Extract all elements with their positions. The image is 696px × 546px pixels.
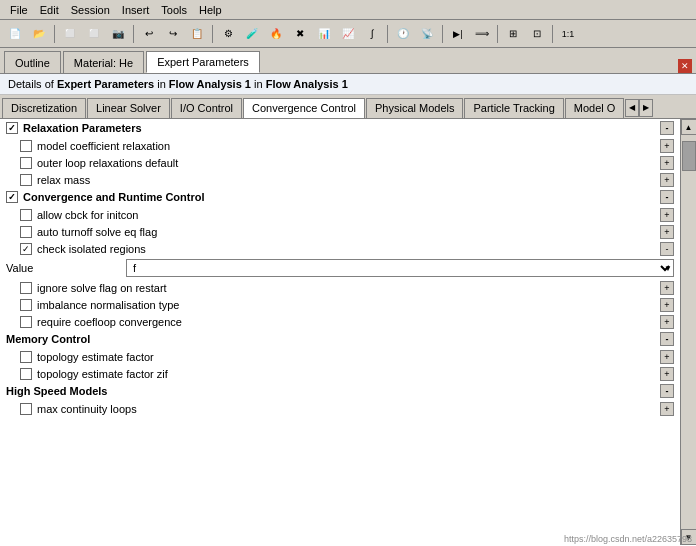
outer-loop-expand[interactable]: + bbox=[660, 156, 674, 170]
imbalance-expand[interactable]: + bbox=[660, 298, 674, 312]
toolbar-btn-9[interactable]: 📊 bbox=[313, 23, 335, 45]
highspeed-label: High Speed Models bbox=[6, 385, 107, 397]
param-outer-loop: outer loop relaxations default + bbox=[0, 154, 680, 171]
nav-tab-convergence[interactable]: Convergence Control bbox=[243, 98, 365, 118]
toolbar-sep-7 bbox=[552, 25, 553, 43]
toolbar-btn-3[interactable]: 📷 bbox=[107, 23, 129, 45]
relax-mass-label: relax mass bbox=[37, 174, 90, 186]
scrollbar: ▲ ▼ bbox=[680, 119, 696, 545]
relax-mass-expand[interactable]: + bbox=[660, 173, 674, 187]
relax-mass-checkbox[interactable] bbox=[20, 174, 32, 186]
toolbar-btn-5[interactable]: ⚙ bbox=[217, 23, 239, 45]
toolbar-btn-7[interactable]: 🔥 bbox=[265, 23, 287, 45]
value-select[interactable]: f t bbox=[126, 259, 674, 277]
check-isolated-checkbox[interactable] bbox=[20, 243, 32, 255]
section-relaxation: Relaxation Parameters - bbox=[0, 119, 680, 137]
toolbar-btn-17[interactable]: ⊡ bbox=[526, 23, 548, 45]
allow-cbck-expand[interactable]: + bbox=[660, 208, 674, 222]
allow-cbck-checkbox[interactable] bbox=[20, 209, 32, 221]
outer-loop-checkbox[interactable] bbox=[20, 157, 32, 169]
param-topology-zif: topology estimate factor zif + bbox=[0, 365, 680, 382]
topology-zif-checkbox[interactable] bbox=[20, 368, 32, 380]
nav-tab-linear-solver[interactable]: Linear Solver bbox=[87, 98, 170, 118]
auto-turnoff-expand[interactable]: + bbox=[660, 225, 674, 239]
toolbar-btn-1[interactable]: ⬜ bbox=[59, 23, 81, 45]
title-expert-params: Expert Parameters bbox=[57, 78, 154, 90]
model-coeff-expand[interactable]: + bbox=[660, 139, 674, 153]
ignore-solve-expand[interactable]: + bbox=[660, 281, 674, 295]
tab-material[interactable]: Material: He bbox=[63, 51, 144, 73]
menu-edit[interactable]: Edit bbox=[34, 2, 65, 18]
allow-cbck-label: allow cbck for initcon bbox=[37, 209, 139, 221]
toolbar-btn-6[interactable]: 🧪 bbox=[241, 23, 263, 45]
menu-file[interactable]: File bbox=[4, 2, 34, 18]
section-convergence: Convergence and Runtime Control - bbox=[0, 188, 680, 206]
param-require-coef: require coefloop convergence + bbox=[0, 313, 680, 330]
tab-outline[interactable]: Outline bbox=[4, 51, 61, 73]
scroll-up-arrow[interactable]: ▲ bbox=[681, 119, 697, 135]
nav-tab-physical-models[interactable]: Physical Models bbox=[366, 98, 463, 118]
imbalance-label: imbalance normalisation type bbox=[37, 299, 179, 311]
nav-prev-arrow[interactable]: ◀ bbox=[625, 99, 639, 117]
convergence-label: Convergence and Runtime Control bbox=[23, 191, 205, 203]
toolbar-btn-11[interactable]: ∫ bbox=[361, 23, 383, 45]
toolbar-redo[interactable]: ↪ bbox=[162, 23, 184, 45]
toolbar-new[interactable]: 📄 bbox=[4, 23, 26, 45]
content-area: Relaxation Parameters - model coefficien… bbox=[0, 119, 680, 545]
max-continuity-checkbox[interactable] bbox=[20, 403, 32, 415]
nav-tab-model-o[interactable]: Model O bbox=[565, 98, 625, 118]
toolbar-btn-13[interactable]: 📡 bbox=[416, 23, 438, 45]
toolbar-btn-10[interactable]: 📈 bbox=[337, 23, 359, 45]
convergence-checkbox[interactable] bbox=[6, 191, 18, 203]
section-highspeed: High Speed Models - bbox=[0, 382, 680, 400]
toolbar-btn-4[interactable]: 📋 bbox=[186, 23, 208, 45]
auto-turnoff-checkbox[interactable] bbox=[20, 226, 32, 238]
menu-help[interactable]: Help bbox=[193, 2, 228, 18]
tab-close-btn[interactable]: ✕ bbox=[678, 59, 692, 73]
toolbar-btn-8[interactable]: ✖ bbox=[289, 23, 311, 45]
topology-factor-checkbox[interactable] bbox=[20, 351, 32, 363]
ignore-solve-checkbox[interactable] bbox=[20, 282, 32, 294]
toolbar-btn-14[interactable]: ▶| bbox=[447, 23, 469, 45]
menu-insert[interactable]: Insert bbox=[116, 2, 156, 18]
toolbar-btn-2[interactable]: ⬜ bbox=[83, 23, 105, 45]
toolbar-open[interactable]: 📂 bbox=[28, 23, 50, 45]
tab-expert-params[interactable]: Expert Parameters bbox=[146, 51, 260, 73]
nav-tab-io-control[interactable]: I/O Control bbox=[171, 98, 242, 118]
max-continuity-expand[interactable]: + bbox=[660, 402, 674, 416]
value-select-wrapper: f t bbox=[126, 259, 674, 277]
toolbar-btn-18[interactable]: 1:1 bbox=[557, 23, 579, 45]
nav-tab-discretization[interactable]: Discretization bbox=[2, 98, 86, 118]
topology-factor-expand[interactable]: + bbox=[660, 350, 674, 364]
check-isolated-label: check isolated regions bbox=[37, 243, 146, 255]
param-max-continuity: max continuity loops + bbox=[0, 400, 680, 417]
scroll-thumb[interactable] bbox=[682, 141, 696, 171]
check-isolated-collapse[interactable]: - bbox=[660, 242, 674, 256]
param-auto-turnoff: auto turnoff solve eq flag + bbox=[0, 223, 680, 240]
nav-tab-particle-tracking[interactable]: Particle Tracking bbox=[464, 98, 563, 118]
toolbar-btn-15[interactable]: ⟹ bbox=[471, 23, 493, 45]
value-row: Value f t bbox=[0, 257, 680, 279]
convergence-collapse-btn[interactable]: - bbox=[660, 190, 674, 204]
topology-zif-expand[interactable]: + bbox=[660, 367, 674, 381]
toolbar-btn-16[interactable]: ⊞ bbox=[502, 23, 524, 45]
relaxation-checkbox[interactable] bbox=[6, 122, 18, 134]
param-topology-factor: topology estimate factor + bbox=[0, 348, 680, 365]
require-coef-checkbox[interactable] bbox=[20, 316, 32, 328]
memory-collapse-btn[interactable]: - bbox=[660, 332, 674, 346]
require-coef-expand[interactable]: + bbox=[660, 315, 674, 329]
toolbar-sep-3 bbox=[212, 25, 213, 43]
main-window: Details of Expert Parameters in Flow Ana… bbox=[0, 74, 696, 546]
toolbar-undo[interactable]: ↩ bbox=[138, 23, 160, 45]
relaxation-collapse-btn[interactable]: - bbox=[660, 121, 674, 135]
highspeed-collapse-btn[interactable]: - bbox=[660, 384, 674, 398]
param-ignore-solve: ignore solve flag on restart + bbox=[0, 279, 680, 296]
imbalance-checkbox[interactable] bbox=[20, 299, 32, 311]
nav-next-arrow[interactable]: ▶ bbox=[639, 99, 653, 117]
menu-tools[interactable]: Tools bbox=[155, 2, 193, 18]
model-coeff-checkbox[interactable] bbox=[20, 140, 32, 152]
ignore-solve-label: ignore solve flag on restart bbox=[37, 282, 167, 294]
menu-session[interactable]: Session bbox=[65, 2, 116, 18]
require-coef-label: require coefloop convergence bbox=[37, 316, 182, 328]
toolbar-btn-12[interactable]: 🕐 bbox=[392, 23, 414, 45]
